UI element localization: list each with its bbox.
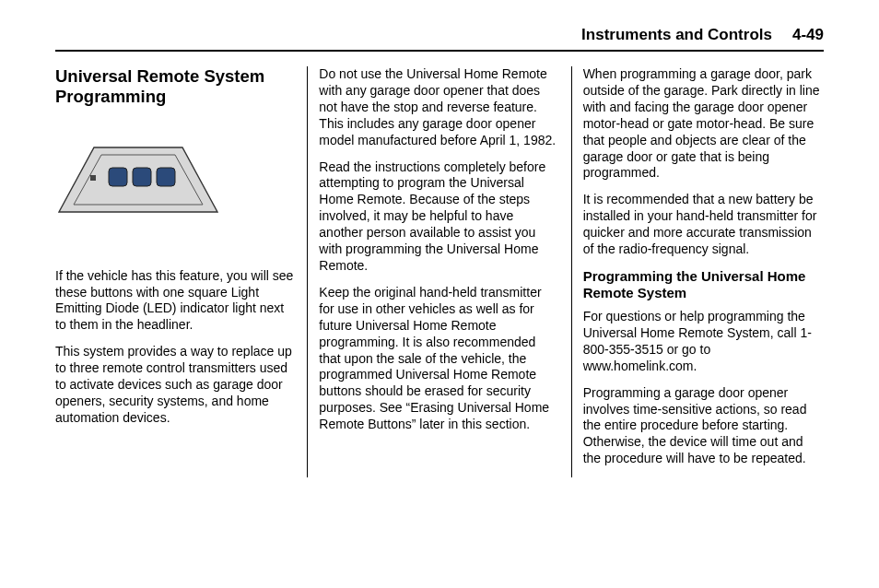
- column-2: Do not use the Universal Home Remote wit…: [308, 66, 571, 477]
- body-text: For questions or help programming the Un…: [583, 309, 824, 375]
- content-columns: Universal Remote System Programming If t…: [55, 66, 824, 477]
- universal-remote-illustration: [55, 140, 221, 218]
- subsection-title: Programming the Universal Home Remote Sy…: [583, 268, 824, 301]
- body-text: Do not use the Universal Home Remote wit…: [319, 66, 559, 149]
- svg-rect-2: [90, 175, 96, 181]
- body-text: It is recommended that a new battery be …: [583, 192, 824, 258]
- page-header: Instruments and Controls 4-49: [55, 26, 824, 52]
- body-text: When programming a garage door, park out…: [583, 66, 824, 182]
- body-text: Read the instructions completely before …: [319, 159, 559, 275]
- column-3: When programming a garage door, park out…: [572, 66, 824, 477]
- column-1: Universal Remote System Programming If t…: [55, 66, 308, 477]
- page-number: 4-49: [792, 26, 824, 44]
- chapter-title: Instruments and Controls: [581, 26, 772, 44]
- svg-rect-5: [157, 168, 175, 186]
- body-text: If the vehicle has this feature, you wil…: [55, 268, 296, 335]
- svg-rect-4: [133, 168, 151, 186]
- section-title: Universal Remote System Programming: [55, 66, 296, 107]
- body-text: Keep the original hand-held transmitter …: [319, 285, 559, 433]
- svg-rect-3: [109, 168, 127, 186]
- body-text: Programming a garage door opener involve…: [583, 385, 824, 468]
- body-text: This system provides a way to replace up…: [55, 344, 296, 427]
